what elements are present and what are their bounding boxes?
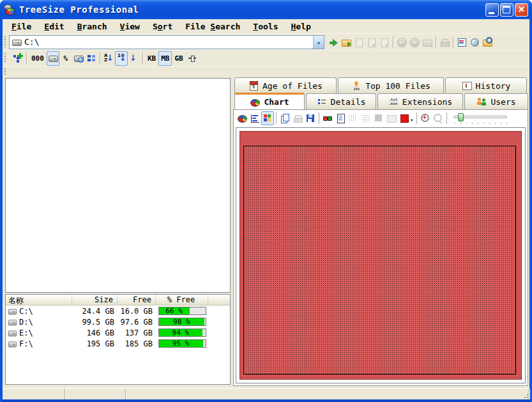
tab-details[interactable]: Details: [306, 93, 376, 109]
menu-file-search[interactable]: File Search: [179, 20, 247, 33]
minimize-button[interactable]: [485, 3, 499, 17]
menu-bar: FileEditBranchViewSortFile SearchToolsHe…: [3, 19, 529, 33]
drive-size: 195 GB: [72, 339, 118, 348]
tab-top-100-files[interactable]: 100Top 100 Files: [338, 77, 444, 93]
back-button: [395, 35, 408, 49]
sort-alphabetical-button[interactable]: [102, 51, 115, 66]
drive-name: C:\: [19, 307, 33, 316]
drive-row-f[interactable]: F:\195 GB185 GB95 %: [6, 338, 230, 349]
menu-sort[interactable]: Sort: [146, 20, 179, 33]
toolbar-grip[interactable]: [4, 68, 6, 76]
close-button[interactable]: [515, 3, 528, 17]
toolbar-separator: [142, 52, 143, 64]
expand-tree-button[interactable]: [11, 51, 24, 66]
shadow-icon: [374, 113, 384, 123]
details-icon: [317, 97, 327, 107]
sortdown-icon: [129, 53, 139, 63]
treemap-block-used[interactable]: [243, 146, 516, 375]
menu-tools[interactable]: Tools: [247, 20, 284, 33]
copy-chart-button[interactable]: [278, 111, 291, 125]
bar-label: 95 %: [159, 340, 203, 347]
drive-row-d[interactable]: D:\99.5 GB97.6 GB98 %: [6, 316, 230, 327]
pie-chart-button[interactable]: [236, 111, 248, 125]
sort-by-size-button[interactable]: [115, 51, 128, 66]
treemap-icon: [262, 113, 273, 123]
chart-toolbar: [234, 110, 528, 127]
options-button[interactable]: [455, 35, 468, 49]
show-percent-button[interactable]: %: [59, 51, 72, 66]
top100-icon: 100: [351, 81, 361, 91]
chevron-down-icon[interactable]: [409, 114, 413, 123]
free-percent-cell: 66 %: [156, 307, 208, 315]
menu-file[interactable]: File: [5, 20, 38, 33]
menu-branch[interactable]: Branch: [71, 20, 114, 33]
drive-name: D:\: [19, 318, 33, 327]
drive-name-cell: F:\: [6, 339, 72, 349]
grid-icon: [348, 113, 358, 123]
toolbar-grip[interactable]: [4, 36, 6, 48]
column-header-free[interactable]: Free: [118, 295, 156, 305]
show-allocated-space-button[interactable]: [47, 51, 59, 66]
icon-text: 100: [351, 87, 361, 91]
bar-chart-button[interactable]: [248, 111, 261, 125]
drive-row-e[interactable]: E:\146 GB137 GB94 %: [6, 327, 230, 338]
tab-age-of-files[interactable]: 5Age of Files: [234, 77, 337, 93]
tab-users[interactable]: Users: [464, 93, 528, 109]
menu-view[interactable]: View: [114, 20, 146, 33]
show-percent-label: %: [63, 54, 70, 63]
folder-tree-panel[interactable]: [5, 78, 231, 293]
slider-thumb[interactable]: [458, 113, 464, 121]
unit-mb-button[interactable]: MB: [158, 51, 172, 66]
drive-list-header: 名称SizeFree% Free: [6, 295, 230, 305]
3d-view-button[interactable]: [321, 111, 334, 125]
chart-report-button[interactable]: [334, 111, 347, 125]
menu-help[interactable]: Help: [284, 20, 317, 33]
unit-mb-label: MB: [160, 54, 171, 63]
toolbar-grip[interactable]: [4, 53, 6, 64]
chart-color-button[interactable]: [398, 111, 414, 125]
icon-text: 5: [248, 84, 259, 89]
menu-edit[interactable]: Edit: [38, 20, 70, 33]
scan-wizard-button[interactable]: [468, 35, 481, 49]
path-value: C:\: [24, 37, 310, 47]
unit-automatic-button[interactable]: [186, 51, 199, 66]
drive-icon: [8, 339, 17, 348]
tab-extensions[interactable]: .txt .exeExtensions: [377, 93, 463, 109]
maximize-button[interactable]: [500, 3, 513, 17]
shadow-effect-button: [372, 111, 385, 125]
print-chart-button: [291, 111, 304, 125]
blocks-icon: [86, 53, 96, 63]
detail-level-slider[interactable]: [452, 112, 508, 124]
unit-kb-button[interactable]: KB: [145, 51, 158, 66]
go-icon: [328, 37, 338, 47]
open-scan-button[interactable]: [340, 35, 353, 49]
picture-icon: [386, 113, 397, 123]
column-header-free[interactable]: % Free: [156, 295, 208, 305]
goggles-icon: [323, 113, 333, 123]
age-icon: 5: [248, 81, 259, 91]
show-network-drives-button[interactable]: [72, 51, 85, 66]
treemap-chart[interactable]: [239, 131, 522, 380]
unit-gb-label: GB: [173, 54, 184, 63]
sort-descending-button[interactable]: [128, 51, 141, 66]
zoom-in-button[interactable]: [419, 111, 432, 125]
column-header-col-1[interactable]: 名称: [6, 295, 72, 305]
save-chart-button[interactable]: [304, 111, 317, 125]
column-header-size[interactable]: Size: [72, 295, 118, 305]
show-bytes-button[interactable]: 000: [29, 51, 47, 66]
drive-size: 99.5 GB: [72, 318, 118, 327]
toolbar-separator: [416, 112, 417, 124]
unit-gb-button[interactable]: GB: [172, 51, 185, 66]
treemap-chart-button[interactable]: [261, 111, 274, 125]
path-combobox[interactable]: C:\: [9, 35, 324, 49]
chart-frame: [236, 127, 526, 383]
start-scan-button[interactable]: [327, 35, 340, 49]
tab-chart[interactable]: Chart: [234, 93, 305, 109]
tab-history[interactable]: History: [445, 77, 527, 93]
file-search-button[interactable]: [481, 35, 494, 49]
expandtree-icon: [13, 53, 23, 63]
parent-folder-button: [421, 35, 434, 49]
combo-dropdown-button[interactable]: [313, 36, 324, 49]
show-file-blocks-button[interactable]: [85, 51, 98, 66]
drive-row-c[interactable]: C:\24.4 GB16.0 GB66 %: [6, 305, 230, 316]
